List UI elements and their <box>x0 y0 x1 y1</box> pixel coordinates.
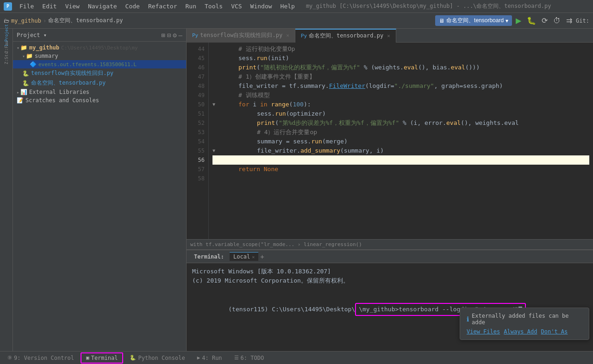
tab-tensorflow-py[interactable]: Py tensorflow自实现线性回归.py ✕ <box>187 29 295 43</box>
menu-edit[interactable]: Edit <box>38 2 60 11</box>
expand-all-icon[interactable]: ⊞ <box>161 31 165 39</box>
tree-item-root[interactable]: ▾ 📁 my_github C:\Users\14495\Desktop\my <box>13 43 186 52</box>
events-file-icon: 🔷 <box>30 61 37 68</box>
tab-python-console[interactable]: 🐍 Python Console <box>124 352 190 364</box>
python-file-icon: 🐍 <box>22 80 29 86</box>
breadcrumb-sep: › <box>43 18 46 24</box>
line-num-58: 58 <box>188 174 205 183</box>
folder-open-icon: 📁 <box>26 53 33 59</box>
settings-gear-icon[interactable]: ⚙ <box>173 31 176 39</box>
tab-python-console-label: Python Console <box>138 355 185 361</box>
tree-path-root: C:\Users\14495\Desktop\my <box>61 45 138 51</box>
terminal-line-3 <box>192 285 587 294</box>
run-config-dropdown[interactable]: 🖥 命名空间、tensorboard ▾ <box>435 15 512 26</box>
tree-item-summary[interactable]: ▾ 📁 summary <box>13 52 186 60</box>
add-terminal-button[interactable]: + <box>260 253 264 260</box>
run-config-icon: 🖥 <box>439 18 444 24</box>
bottom-tabs: ⑨ 9: Version Control ▣ Terminal 🐍 Python… <box>0 351 593 364</box>
concurrency-button[interactable]: ⇉ <box>564 14 574 27</box>
todo-icon: ☰ <box>234 355 239 361</box>
tab-todo[interactable]: ☰ 6: TODO <box>229 352 270 364</box>
menu-help[interactable]: Help <box>277 2 299 11</box>
code-content[interactable]: # 运行初始化变量Op sess.run(init) print("随机初始化的… <box>209 43 593 239</box>
notification-text: Externally added files can be adde <box>472 313 582 326</box>
profile-button[interactable]: ⏱ <box>551 15 562 27</box>
run-config: 🖥 命名空间、tensorboard ▾ ▶ 🐛 ⟳ ⏱ ⇉ Git: <box>435 14 589 27</box>
line-num-46: 46 <box>188 63 205 72</box>
caret-down-icon: ▾ <box>22 54 25 59</box>
collapse-all-icon[interactable]: ⊟ <box>167 31 171 39</box>
menu-view[interactable]: View <box>62 2 83 11</box>
code-editor: 44 45 46 47 48 49 50 51 52 53 54 55 56 5… <box>187 43 593 239</box>
run-button[interactable]: ▶ <box>514 14 523 27</box>
coverage-button[interactable]: ⟳ <box>540 14 549 27</box>
python-tab-icon: Py <box>192 32 198 38</box>
tree-label-scratches: Scratches and Consoles <box>25 97 99 104</box>
dont-ask-link[interactable]: Don't As <box>541 328 568 335</box>
line-num-48: 48 <box>188 81 205 91</box>
terminal-prompt: (tensor115) C:\Users\14495\Desktop\ <box>228 306 355 313</box>
menu-refactor[interactable]: Refactor <box>144 2 181 11</box>
tab-label-tensorflow-py: tensorflow自实现线性回归.py <box>200 31 282 39</box>
activity-bar: 1:Project 2:Fav Z:Str <box>0 29 13 351</box>
menu-file[interactable]: File <box>16 2 37 11</box>
tree-item-ext-libs[interactable]: ▸ 📊 External Libraries <box>13 88 186 96</box>
terminal-line-2: (c) 2019 Microsoft Corporation。保留所有权利。 <box>192 276 587 285</box>
activity-project[interactable]: 1:Project <box>1 31 12 41</box>
folder-open-icon: 📁 <box>20 44 27 51</box>
tab-run[interactable]: ▶ 4: Run <box>192 352 228 364</box>
folder-icon: 📊 <box>20 89 27 95</box>
menu-items: File Edit View Navigate Code Refactor Ru… <box>16 2 299 11</box>
tab-tensorboard-py[interactable]: Py 命名空间、tensorboard.py ✕ <box>295 29 396 43</box>
editor-breadcrumb: with tf.variable_scope("lr_mode... › lin… <box>187 239 593 249</box>
tree-item-tensorflow-py[interactable]: 🐍 tensorflow自实现线性回归.py <box>13 68 186 78</box>
code-line-49: # 训练模型 <box>212 91 589 100</box>
python-console-icon: 🐍 <box>130 355 136 361</box>
sidebar: Project ▾ ⊞ ⊟ ⚙ — ▾ 📁 my_github C:\Users… <box>13 29 187 351</box>
menu-tools[interactable]: Tools <box>201 2 226 11</box>
menu-run[interactable]: Run <box>182 2 200 11</box>
minimize-icon[interactable]: — <box>179 31 182 39</box>
line-num-49: 49 <box>188 91 205 100</box>
line-num-56: 56 <box>188 155 205 165</box>
menu-window[interactable]: Window <box>247 2 276 11</box>
always-add-link[interactable]: Always Add <box>504 328 537 335</box>
line-num-50: 50 <box>188 100 205 109</box>
tab-local-close[interactable]: ✕ <box>252 254 255 259</box>
tab-run-label: 4: Run <box>202 355 222 361</box>
debug-button[interactable]: 🐛 <box>525 14 538 27</box>
toolbar: 🗁 my_github › 命名空间、tensorboard.py 🖥 命名空间… <box>0 13 593 29</box>
tab-terminal[interactable]: ▣ Terminal <box>81 352 123 364</box>
menu-code[interactable]: Code <box>122 2 144 11</box>
view-files-link[interactable]: View Files <box>467 328 500 335</box>
tree-item-tensorboard-py[interactable]: 🐍 命名空间、tensorboard.py <box>13 78 186 88</box>
editor-tabs-bar: Py tensorflow自实现线性回归.py ✕ Py 命名空间、tensor… <box>187 29 593 43</box>
tab-close-tensorflow[interactable]: ✕ <box>286 32 289 38</box>
tab-local-label: Local <box>233 253 250 260</box>
breadcrumb-file[interactable]: 命名空间、tensorboard.py <box>48 17 123 25</box>
tab-close-tensorboard[interactable]: ✕ <box>387 33 390 39</box>
tree-item-events[interactable]: 🔷 events.out.tfevents.1583500611.L <box>13 60 186 68</box>
line-num-47: 47 <box>188 72 205 81</box>
tab-local[interactable]: Local ✕ <box>230 252 258 261</box>
menu-navigate[interactable]: Navigate <box>84 2 121 11</box>
tab-version-control[interactable]: ⑨ 9: Version Control <box>2 352 80 364</box>
breadcrumb-scope: with tf.variable_scope("lr_mode... › lin… <box>190 241 362 247</box>
activity-structure[interactable]: Z:Str <box>1 53 12 63</box>
line-num-45: 45 <box>188 54 205 63</box>
window-title-path: my_github [C:\Users\14495\Desktop\my_git… <box>306 2 589 10</box>
code-line-58 <box>212 174 589 183</box>
code-line-47: # 1）创建事件文件【重要】 <box>212 72 589 81</box>
tree-item-scratches[interactable]: 📝 Scratches and Consoles <box>13 96 186 105</box>
menu-vcs[interactable]: VCS <box>227 2 245 11</box>
breadcrumb-root: 🗁 <box>4 18 9 24</box>
code-line-54: summary = sess.run(merge) <box>212 137 589 146</box>
activity-favorites[interactable]: 2:Fav <box>1 42 12 52</box>
line-num-53: 53 <box>188 128 205 137</box>
code-line-57: return None <box>212 165 589 174</box>
code-line-50: ▼ for i in range(100): <box>212 100 589 109</box>
code-line-46: print("随机初始化的权重为%f，偏置为%f" % (weights.eva… <box>212 63 589 72</box>
tab-label-tensorboard-py: 命名空间、tensorboard.py <box>309 32 383 40</box>
breadcrumb-project[interactable]: my_github <box>11 18 41 24</box>
terminal-label: Terminal: <box>190 253 228 261</box>
